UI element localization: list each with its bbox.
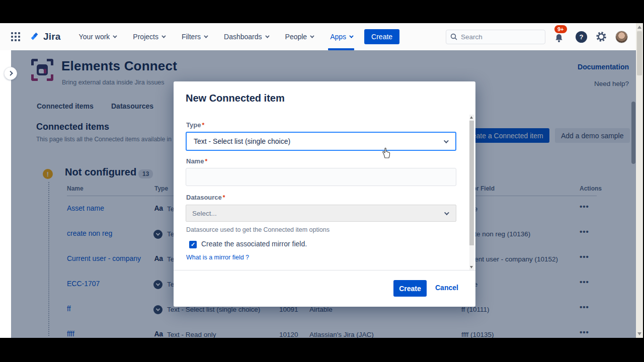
chevron-down-icon (204, 34, 208, 38)
name-label: Name* (186, 157, 207, 165)
mirror-checkbox-label: Create the associated mirror field. (201, 240, 307, 248)
search-input[interactable] (461, 33, 536, 41)
scrollbar-thumb[interactable] (469, 121, 474, 245)
create-button[interactable]: Create (364, 29, 399, 44)
type-select[interactable]: Text - Select list (single choice) (186, 132, 456, 151)
nav-item-projects[interactable]: Projects (133, 23, 165, 50)
dialog-title: New Connected item (186, 93, 285, 104)
nav-right-cluster: 9+ ? (446, 23, 628, 50)
scroll-up-icon[interactable] (470, 116, 473, 119)
jira-mark-icon (29, 31, 40, 42)
scroll-down-icon[interactable] (637, 332, 641, 335)
nav-item-filters[interactable]: Filters (182, 23, 207, 50)
scrollbar-thumb[interactable] (637, 31, 642, 75)
dialog-cancel-button[interactable]: Cancel (435, 284, 458, 292)
dialog-create-button[interactable]: Create (393, 280, 427, 297)
sidebar-expand-button[interactable] (4, 67, 17, 80)
nav-menu: Your work Projects Filters Dashboards Pe… (79, 23, 352, 50)
chevron-down-icon (265, 34, 269, 38)
mouse-cursor-hand-icon (381, 147, 392, 161)
dialog-footer-divider (174, 270, 475, 270)
check-icon: ✓ (191, 241, 195, 248)
user-avatar[interactable] (615, 31, 628, 43)
scroll-up-icon[interactable] (637, 26, 641, 29)
top-navbar: Jira Your work Projects Filters Dashboar… (0, 23, 643, 50)
letterbox-top (0, 0, 644, 23)
chevron-down-icon (162, 34, 166, 38)
notifications-button[interactable]: 9+ (554, 29, 567, 44)
screen: Jira Your work Projects Filters Dashboar… (0, 0, 644, 362)
nav-item-people[interactable]: People (285, 23, 313, 50)
jira-brand-text: Jira (43, 31, 61, 42)
jira-logo[interactable]: Jira (29, 31, 61, 42)
new-connected-item-dialog: New Connected item Type* Text - Select l… (174, 81, 475, 307)
mirror-field-checkbox[interactable]: ✓ (189, 241, 197, 248)
collapsed-sidebar-rail (0, 50, 11, 338)
settings-button[interactable] (596, 31, 607, 42)
chevron-down-icon (310, 34, 314, 38)
dialog-scrollbar[interactable] (469, 115, 474, 270)
name-input[interactable] (186, 168, 456, 186)
bell-icon (554, 33, 564, 43)
scroll-down-icon[interactable] (470, 266, 473, 268)
datasource-help-text: Datasource used to get the Connected ite… (186, 226, 330, 233)
nav-item-your-work[interactable]: Your work (79, 23, 116, 50)
chevron-right-icon (8, 70, 13, 75)
search-icon (450, 33, 457, 40)
browser-scrollbar[interactable] (636, 23, 643, 338)
required-asterisk: * (205, 158, 207, 165)
chevron-down-icon (444, 210, 449, 215)
gear-icon (596, 31, 607, 42)
mirror-field-help-link[interactable]: What is a mirror field ? (186, 254, 249, 261)
nav-item-apps[interactable]: Apps (330, 23, 352, 50)
required-asterisk: * (202, 122, 204, 129)
datasource-label: Datasource* (186, 194, 225, 201)
chevron-down-icon (444, 138, 449, 143)
type-label: Type* (186, 121, 204, 129)
nav-item-dashboards[interactable]: Dashboards (224, 23, 268, 50)
search-box[interactable] (446, 30, 545, 44)
datasource-select[interactable]: Select... (186, 205, 456, 222)
required-asterisk: * (223, 194, 225, 201)
question-mark-icon: ? (580, 33, 584, 41)
chevron-down-icon (349, 34, 353, 38)
chevron-down-icon (113, 34, 117, 38)
help-button[interactable]: ? (576, 31, 587, 43)
notification-badge: 9+ (554, 25, 567, 33)
letterbox-bottom (0, 338, 644, 362)
app-switcher-icon[interactable] (11, 32, 20, 41)
